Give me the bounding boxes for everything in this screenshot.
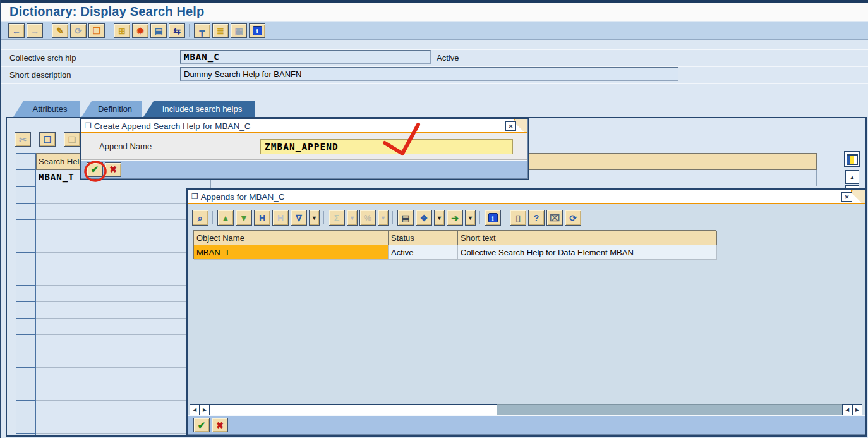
grid-row-selector[interactable] — [16, 301, 36, 319]
detail-display-button[interactable]: ▦ — [231, 23, 247, 38]
grid-row-selector[interactable] — [16, 269, 36, 286]
paste-button[interactable]: ❏ — [64, 132, 80, 147]
set-filter-button[interactable]: ∇ — [291, 210, 307, 226]
grid-row-selector[interactable] — [16, 252, 36, 269]
choose-detail-button[interactable]: ⌕ — [192, 210, 208, 226]
find-next-button[interactable]: H — [272, 210, 289, 226]
total-button[interactable]: Σ — [329, 210, 345, 226]
set-filter-icon: ∇ — [296, 214, 301, 222]
views-menu-button[interactable]: ▾ — [434, 210, 445, 226]
appends-dialog-titlebar[interactable]: ❐ Appends for MBAN_C ✕ — [188, 190, 865, 204]
append-name-field[interactable]: ZMBAN_APPEND — [260, 139, 513, 154]
column-header-status[interactable]: Status — [389, 231, 458, 245]
back-button[interactable]: ← — [8, 23, 25, 38]
appends-dialog-continue-button[interactable]: ✔ — [193, 418, 210, 432]
grid-row-line — [36, 236, 189, 236]
column-configuration-button[interactable] — [844, 151, 860, 167]
scroll-left-button[interactable]: ◀ — [190, 404, 200, 415]
hierarchy-button[interactable]: ┳ — [194, 23, 210, 38]
where-used-list-button[interactable]: ⊞ — [114, 23, 130, 38]
export-menu-button[interactable]: ▾ — [465, 210, 476, 226]
table-cell-object-name[interactable]: MBAN_T — [194, 245, 389, 260]
create-dialog-close-button[interactable]: ✕ — [505, 121, 516, 131]
create-append-button[interactable]: ▯ — [510, 210, 526, 226]
grid-row-selector[interactable] — [16, 400, 36, 417]
grid-row-selector[interactable] — [16, 186, 36, 204]
navigation-button[interactable]: ⇆ — [169, 23, 185, 38]
table-cell-status[interactable]: Active — [389, 245, 458, 260]
checkmark-icon: ✔ — [91, 164, 99, 175]
grid-select-all-cell[interactable] — [16, 153, 36, 170]
tab-included-search-helps[interactable]: Included search helps — [143, 101, 255, 117]
tab-attributes[interactable]: Attributes — [13, 101, 80, 117]
create-dialog-cancel-button[interactable]: ✖ — [105, 162, 121, 177]
appends-dialog-title: Appends for MBAN_C — [201, 192, 285, 202]
grid-row-line — [36, 301, 189, 302]
grid-row-selector[interactable] — [16, 334, 36, 351]
short-description-field[interactable]: Dummy Search Help for BANFN — [180, 67, 678, 81]
scrollbar-track[interactable] — [497, 404, 842, 415]
appends-dialog-close-button[interactable]: ✕ — [841, 192, 852, 202]
refresh-button[interactable]: ⟳ — [70, 23, 87, 38]
refresh-list-button[interactable]: ⟳ — [565, 210, 581, 226]
find-button[interactable]: H — [254, 210, 270, 226]
subtotal-menu-button[interactable]: ▾ — [378, 210, 389, 226]
delete-append-button[interactable]: ⌧ — [546, 210, 563, 226]
grid-row-line — [36, 285, 189, 286]
grid-row-selector[interactable] — [16, 384, 36, 401]
cut-button[interactable]: ✂ — [15, 132, 31, 147]
grid-row-selector[interactable] — [16, 351, 36, 368]
scroll-up-button[interactable]: ▲ — [845, 170, 859, 184]
tab-definition[interactable]: Definition — [81, 101, 142, 117]
column-header-object-name[interactable]: Object Name — [194, 231, 389, 245]
grid-row-selector[interactable] — [16, 367, 36, 384]
total-menu-button[interactable]: ▾ — [347, 210, 358, 226]
grid-row-line — [36, 384, 189, 384]
activate-button[interactable]: ✹ — [132, 23, 148, 38]
test-button[interactable]: ▤ — [150, 23, 167, 38]
forward-icon: → — [30, 27, 39, 35]
grid-row-selector[interactable] — [16, 417, 36, 434]
print-button[interactable]: ▤ — [397, 210, 414, 226]
documentation-button[interactable]: ? — [528, 210, 545, 226]
information-button[interactable]: i — [249, 23, 265, 38]
grid-row-selector[interactable] — [16, 203, 36, 220]
scroll-right-button[interactable]: ▶ — [200, 404, 210, 415]
table-cell-short-text[interactable]: Collective Search Help for Data Element … — [458, 245, 717, 260]
column-header-short-text[interactable]: Short text — [458, 231, 717, 245]
forward-button[interactable]: → — [27, 23, 43, 38]
grid-row-selector[interactable] — [16, 433, 36, 437]
object-list-icon: ≣ — [217, 27, 224, 35]
scroll-right-button[interactable]: ▶ — [852, 404, 862, 415]
horizontal-scrollbar[interactable]: ◀ ▶ ◀ ▶ — [190, 404, 862, 415]
sort-descending-icon: ▼ — [239, 214, 248, 222]
subtotal-button[interactable]: % — [359, 210, 376, 226]
toolbar-separator — [45, 23, 50, 38]
column-configuration-icon — [847, 154, 858, 165]
create-dialog-titlebar[interactable]: ❐ Create Append Search Help for MBAN_C ✕ — [81, 119, 527, 133]
scrollbar-thumb[interactable] — [210, 404, 497, 415]
grid-row-selector[interactable] — [16, 236, 36, 253]
sort-descending-button[interactable]: ▼ — [236, 210, 252, 226]
create-dialog-title: Create Append Search Help for MBAN_C — [94, 121, 251, 131]
copy-object-button[interactable]: ❐ — [88, 23, 105, 38]
collective-search-help-field[interactable]: MBAN_C — [180, 50, 431, 64]
display-edit-button[interactable]: ✎ — [52, 23, 68, 38]
copy-button[interactable]: ❐ — [39, 132, 56, 147]
scroll-left-button[interactable]: ◀ — [842, 404, 852, 415]
grid-row-selector[interactable] — [16, 285, 36, 302]
object-list-button[interactable]: ≣ — [212, 23, 229, 38]
appends-dialog-cancel-button[interactable]: ✖ — [212, 418, 228, 432]
where-used-list-icon: ⊞ — [118, 27, 126, 35]
create-dialog-continue-button[interactable]: ✔ — [87, 162, 103, 177]
export-button[interactable]: ➔ — [447, 210, 463, 226]
subtotal-menu-icon: ▾ — [382, 215, 385, 221]
grid-row-selector[interactable] — [16, 219, 36, 236]
views-button[interactable]: ❖ — [416, 210, 432, 226]
grid-row-value[interactable]: MBAN_T — [39, 172, 75, 182]
sort-ascending-button[interactable]: ▲ — [217, 210, 234, 226]
information-button[interactable]: i — [485, 210, 501, 226]
grid-row-selector[interactable] — [16, 318, 36, 335]
grid-row-selector[interactable] — [16, 169, 36, 186]
set-filter-menu-button[interactable]: ▾ — [309, 210, 320, 226]
